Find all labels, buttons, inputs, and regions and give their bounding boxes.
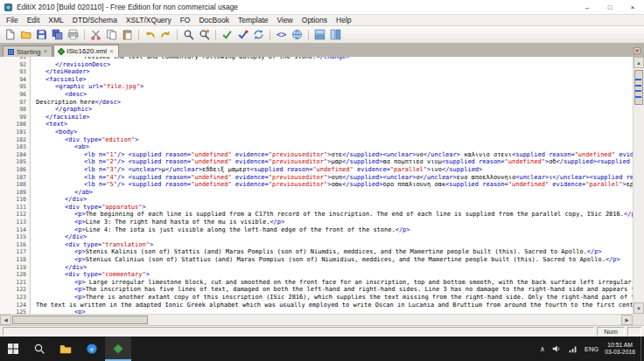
menu-help[interactable]: Help (332, 16, 355, 24)
show-desktop-button[interactable] (640, 337, 644, 361)
minimize-button[interactable]: – (576, 0, 598, 14)
tab-close-icon[interactable]: × (109, 48, 114, 55)
code-line[interactable]: 113<p>Line 3: The right hand hasta of th… (0, 219, 633, 226)
find-button[interactable] (181, 27, 196, 42)
code-line[interactable]: 98</graphic> (0, 106, 633, 114)
code-line[interactable]: 101<body> (0, 128, 633, 136)
redo-button[interactable] (158, 27, 173, 42)
menu-file[interactable]: File (2, 16, 23, 24)
code-line[interactable]: 106<lb n="3"/> <unclear>μ</unclear>εδδει… (0, 166, 633, 174)
menu-xslt-xquery[interactable]: XSLT/XQuery (122, 16, 176, 24)
code-line[interactable]: 96<desc> (0, 91, 633, 99)
transform-button[interactable] (251, 27, 266, 42)
code-line[interactable]: 95<graphic url="file.jpg"> (0, 83, 633, 91)
scroll-right-arrow-icon[interactable]: ▶ (621, 315, 633, 325)
code-line[interactable]: 110</div> (0, 196, 633, 204)
scroll-down-arrow-icon[interactable]: ▼ (634, 302, 644, 314)
code-line[interactable]: 92</revisionDesc> (0, 61, 633, 69)
copy-button[interactable] (104, 27, 119, 42)
code-line[interactable]: 120<div type="commentary"> (0, 271, 633, 279)
code-viewport[interactable]: 91revised the text and commentary follow… (0, 57, 633, 314)
code-segment: Stenis Kalinis (son of) Stattis (and) Ma… (86, 248, 587, 255)
save-document-button[interactable] (34, 27, 49, 42)
code-line[interactable]: 100<text> (0, 121, 633, 128)
menu-view[interactable]: View (272, 16, 297, 24)
status-message-cell (3, 327, 594, 336)
code-line[interactable]: 103<ab> (0, 143, 633, 151)
horizontal-scroll-track[interactable] (11, 315, 621, 325)
close-button[interactable]: × (621, 0, 644, 14)
code-line[interactable]: 102<div type="edition"> (0, 136, 633, 144)
taskbar-editix-button[interactable] (105, 337, 131, 361)
code-line[interactable]: 97Description here</desc> (0, 99, 633, 107)
paste-button[interactable] (120, 27, 135, 42)
maximize-button[interactable]: □ (598, 0, 621, 14)
vertical-scrollbar[interactable]: ▲ ▼ (633, 57, 644, 314)
code-line[interactable]: 108<lb n="5"/> <supplied reason="undefin… (0, 181, 633, 189)
code-line[interactable]: 111<div type="apparatus"> (0, 204, 633, 212)
menu-dtd-schema[interactable]: DTD/Schema (68, 16, 122, 24)
code-line[interactable]: 116<div type="translation"> (0, 241, 633, 249)
undo-button[interactable] (143, 27, 158, 42)
vertical-scroll-thumb[interactable] (634, 70, 643, 105)
taskbar-browser-button[interactable]: e (79, 337, 105, 361)
validate-button[interactable] (235, 27, 250, 42)
menu-fo[interactable]: FO (176, 16, 195, 24)
code-segment: <p> (74, 279, 86, 286)
tray-expand-icon[interactable]: ∧ (540, 345, 545, 353)
tab-close-icon[interactable]: × (44, 48, 48, 55)
menu-edit[interactable]: Edit (23, 16, 45, 24)
code-line[interactable]: 93</teiHeader> (0, 68, 633, 76)
scroll-up-arrow-icon[interactable]: ▲ (634, 57, 644, 68)
code-line[interactable]: 118<p>Stenius Calinius (son of) Stattius… (0, 256, 633, 264)
code-line[interactable]: 104<lb n="1"/> <supplied reason="undefin… (0, 151, 633, 159)
taskbar-file-explorer-button[interactable] (52, 337, 79, 361)
tab-isic1620-xml[interactable]: ISic1620.xml× (53, 45, 118, 57)
clock[interactable]: 10:51 AM 03-03-2016 (605, 342, 635, 356)
code-line[interactable]: 115</div> (0, 233, 633, 241)
vertical-scroll-track[interactable] (634, 68, 644, 302)
browser-preview-button[interactable] (290, 27, 304, 42)
close-all-tabs-button[interactable] (633, 44, 641, 57)
tag-edit-button[interactable]: <> (274, 27, 289, 42)
code-line[interactable]: 117<p>Stenis Kalinis (son of) Stattis (a… (0, 248, 633, 256)
split-vertical-button[interactable] (328, 27, 343, 42)
check-wellformed-button[interactable] (220, 27, 234, 42)
code-line[interactable]: 123<p>There is another extant copy of th… (0, 294, 633, 302)
taskbar-search-button[interactable] (26, 337, 52, 361)
code-line[interactable]: 107<lb n="4"/> <supplied reason="undefin… (0, 174, 633, 182)
horizontal-scroll-thumb[interactable] (12, 316, 148, 324)
code-line[interactable]: 122<p>The inscription has five lines of … (0, 286, 633, 294)
open-document-button[interactable] (18, 27, 33, 42)
save-all-button[interactable] (50, 27, 65, 42)
code-line[interactable]: 109</ab> (0, 189, 633, 197)
scroll-left-arrow-icon[interactable]: ◀ (0, 315, 11, 325)
network-icon[interactable] (568, 344, 578, 354)
menu-xml[interactable]: XML (44, 16, 67, 24)
menu-template[interactable]: Template (234, 16, 273, 24)
tab-label: Starting (17, 48, 41, 56)
code-line[interactable]: 99</facsimile> (0, 114, 633, 121)
horizontal-scrollbar[interactable]: ◀ ▶ (0, 314, 633, 325)
code-line[interactable]: 112<p>The beginning of each line is supp… (0, 211, 633, 219)
code-line[interactable]: 114<p>Line 4: The iota is just visible a… (0, 226, 633, 234)
replace-button[interactable] (197, 27, 212, 42)
code-line[interactable]: 94<facsimile> (0, 76, 633, 84)
tab-starting[interactable]: Starting× (3, 45, 52, 57)
start-button[interactable] (0, 337, 26, 361)
language-indicator[interactable]: ENG (584, 345, 598, 353)
menu-docbook[interactable]: DocBook (194, 16, 234, 24)
cut-button[interactable] (88, 27, 103, 42)
editor-area: 91revised the text and commentary follow… (0, 57, 644, 325)
code-line[interactable]: 124The text is written in the adapted Io… (0, 302, 633, 309)
print-button[interactable] (66, 27, 80, 42)
code-segment: </desc> (94, 99, 121, 106)
code-line[interactable]: 121<p> Large irregular limestone block, … (0, 279, 633, 287)
volume-icon[interactable] (551, 344, 562, 354)
menu-options[interactable]: Options (298, 16, 332, 24)
code-line[interactable]: 105<lb n="2"/> <supplied reason="undefin… (0, 158, 633, 166)
title-bar[interactable]: EditiX 2010 [Build 020110] - Free Editio… (0, 0, 644, 15)
split-horizontal-button[interactable] (312, 27, 327, 42)
code-line[interactable]: 119</div> (0, 264, 633, 272)
new-document-button[interactable] (3, 27, 18, 42)
